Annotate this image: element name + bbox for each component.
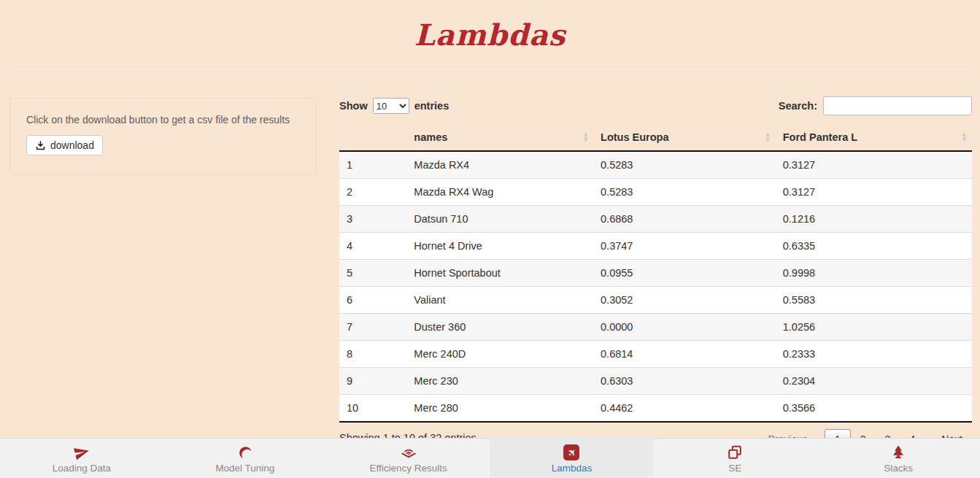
table-row: 4 Hornet 4 Drive 0.3747 0.6335 bbox=[339, 233, 972, 260]
show-label: Show bbox=[339, 100, 368, 112]
table-header-row: names ▲▼ Lotus Europa ▲▼ Ford Pantera L … bbox=[339, 124, 972, 151]
lotus-cell: 0.3052 bbox=[593, 287, 776, 314]
search-control: Search: bbox=[779, 96, 972, 115]
name-cell: Hornet 4 Drive bbox=[406, 233, 593, 260]
paper-plane-icon bbox=[74, 444, 90, 461]
ford-cell: 0.2304 bbox=[776, 368, 972, 395]
lotus-cell: 0.4462 bbox=[593, 395, 776, 423]
ford-cell: 0.3566 bbox=[776, 395, 972, 423]
tab-label: Slacks bbox=[884, 463, 913, 474]
crescent-icon bbox=[237, 444, 253, 461]
header-ford-pantera-l[interactable]: Ford Pantera L ▲▼ bbox=[776, 124, 972, 151]
tab-se[interactable]: SE bbox=[653, 439, 817, 478]
header-names-label: names bbox=[414, 131, 447, 143]
ford-cell: 0.5583 bbox=[776, 287, 972, 314]
name-cell: Mazda RX4 bbox=[406, 151, 593, 179]
lotus-cell: 0.0000 bbox=[593, 314, 776, 341]
lotus-cell: 0.6814 bbox=[593, 341, 776, 368]
tab-label: SE bbox=[728, 463, 741, 474]
table-body: 1 Mazda RX4 0.5283 0.3127 2 Mazda RX4 Wa… bbox=[339, 151, 972, 422]
header-lotus-label: Lotus Europa bbox=[601, 131, 668, 143]
red-plane-square-icon: ✈ bbox=[563, 444, 579, 461]
tree-icon bbox=[890, 444, 906, 461]
ford-cell: 1.0256 bbox=[776, 314, 972, 341]
search-input[interactable] bbox=[823, 96, 972, 115]
name-cell: Valiant bbox=[406, 287, 593, 314]
page-title: Lambdas bbox=[0, 18, 980, 52]
lotus-cell: 0.3747 bbox=[593, 233, 776, 260]
lambdas-table-section: Show 10 entries Search: names ▲▼ Lotus E… bbox=[339, 96, 972, 450]
download-button-label: download bbox=[50, 139, 94, 151]
header-names[interactable]: names ▲▼ bbox=[406, 124, 593, 151]
tab-model-tuning[interactable]: Model Tuning bbox=[163, 439, 327, 478]
table-row: 9 Merc 230 0.6303 0.2304 bbox=[339, 368, 972, 395]
name-cell: Merc 280 bbox=[406, 395, 593, 423]
sound-waves-icon bbox=[400, 444, 417, 461]
table-row: 10 Merc 280 0.4462 0.3566 bbox=[339, 395, 972, 423]
ford-cell: 0.3127 bbox=[776, 179, 972, 206]
tab-slacks[interactable]: Slacks bbox=[817, 439, 980, 478]
name-cell: Duster 360 bbox=[406, 314, 593, 341]
header-ford-label: Ford Pantera L bbox=[783, 131, 857, 143]
download-panel: Click on the download button to get a cs… bbox=[9, 98, 317, 175]
clone-icon bbox=[727, 444, 743, 461]
ford-cell: 0.9998 bbox=[776, 260, 972, 287]
table-row: 5 Hornet Sportabout 0.0955 0.9998 bbox=[339, 260, 972, 287]
name-cell: Merc 240D bbox=[406, 341, 593, 368]
name-cell: Merc 230 bbox=[406, 368, 593, 395]
table-row: 3 Datsun 710 0.6868 0.1216 bbox=[339, 206, 972, 233]
lotus-cell: 0.0955 bbox=[593, 260, 776, 287]
tab-label: Efficiency Results bbox=[369, 463, 447, 474]
table-row: 6 Valiant 0.3052 0.5583 bbox=[339, 287, 972, 314]
header-lotus-europa[interactable]: Lotus Europa ▲▼ bbox=[593, 124, 776, 151]
name-cell: Mazda RX4 Wag bbox=[406, 179, 593, 206]
table-row: 2 Mazda RX4 Wag 0.5283 0.3127 bbox=[339, 179, 972, 206]
row-number-cell: 8 bbox=[339, 341, 406, 368]
page-length-select[interactable]: 10 bbox=[373, 98, 409, 114]
header-row-number[interactable] bbox=[339, 124, 406, 151]
row-number-cell: 6 bbox=[339, 287, 406, 314]
lotus-cell: 0.5283 bbox=[593, 151, 776, 179]
tab-loading-data[interactable]: Loading Data bbox=[0, 439, 163, 478]
page-length-control: Show 10 entries bbox=[339, 98, 449, 114]
bottom-navbar: Loading Data Model Tuning Efficiency Res… bbox=[0, 438, 980, 478]
download-button[interactable]: download bbox=[26, 135, 103, 155]
table-row: 1 Mazda RX4 0.5283 0.3127 bbox=[339, 151, 972, 179]
entries-label: entries bbox=[414, 100, 450, 112]
lotus-cell: 0.6868 bbox=[593, 206, 776, 233]
ford-cell: 0.3127 bbox=[776, 151, 972, 179]
table-row: 8 Merc 240D 0.6814 0.2333 bbox=[339, 341, 972, 368]
tab-label: Loading Data bbox=[53, 463, 111, 474]
search-label: Search: bbox=[779, 100, 817, 112]
name-cell: Datsun 710 bbox=[406, 206, 593, 233]
sort-icon: ▲▼ bbox=[582, 132, 589, 142]
lotus-cell: 0.5283 bbox=[593, 179, 776, 206]
tab-label: Model Tuning bbox=[215, 463, 274, 474]
row-number-cell: 5 bbox=[339, 260, 406, 287]
row-number-cell: 10 bbox=[339, 395, 406, 423]
row-number-cell: 3 bbox=[339, 206, 406, 233]
name-cell: Hornet Sportabout bbox=[406, 260, 593, 287]
row-number-cell: 9 bbox=[339, 368, 406, 395]
download-icon bbox=[35, 140, 46, 151]
tab-lambdas[interactable]: ✈ Lambdas bbox=[490, 439, 653, 478]
sort-icon: ▲▼ bbox=[961, 132, 968, 142]
sort-icon: ▲▼ bbox=[765, 132, 771, 142]
ford-cell: 0.6335 bbox=[776, 233, 972, 260]
row-number-cell: 1 bbox=[339, 151, 406, 179]
table-controls: Show 10 entries Search: bbox=[339, 96, 972, 115]
tab-efficiency-results[interactable]: Efficiency Results bbox=[327, 439, 490, 478]
ford-cell: 0.1216 bbox=[776, 206, 972, 233]
lambdas-table: names ▲▼ Lotus Europa ▲▼ Ford Pantera L … bbox=[339, 124, 972, 423]
tab-label: Lambdas bbox=[552, 463, 593, 474]
title-divider bbox=[9, 67, 971, 68]
row-number-cell: 7 bbox=[339, 314, 406, 341]
row-number-cell: 2 bbox=[339, 179, 406, 206]
table-row: 7 Duster 360 0.0000 1.0256 bbox=[339, 314, 972, 341]
download-instruction: Click on the download button to get a cs… bbox=[26, 114, 300, 126]
lotus-cell: 0.6303 bbox=[593, 368, 776, 395]
ford-cell: 0.2333 bbox=[776, 341, 972, 368]
row-number-cell: 4 bbox=[339, 233, 406, 260]
